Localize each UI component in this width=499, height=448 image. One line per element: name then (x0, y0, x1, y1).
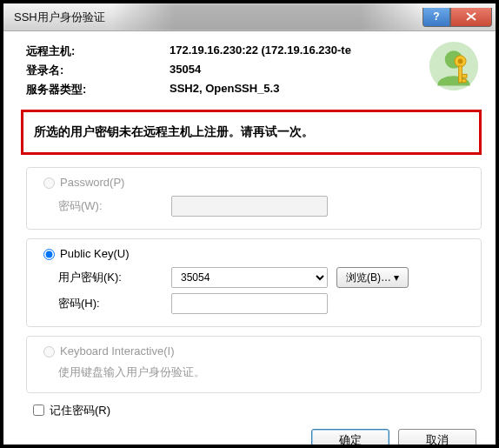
password-field-label: 密码(W): (58, 198, 171, 214)
publickey-radio-row[interactable]: Public Key(U) (39, 246, 469, 260)
remember-label: 记住密码(R) (50, 403, 110, 418)
keyboard-radio-row[interactable]: Keyboard Interactive(I) (39, 344, 469, 358)
password-radio-row[interactable]: Password(P) (39, 175, 469, 189)
publickey-radio-label: Public Key(U) (60, 247, 129, 260)
close-icon (466, 12, 476, 21)
login-value: 35054 (170, 63, 201, 78)
window-title: SSH用户身份验证 (14, 10, 105, 25)
window-buttons: ? (422, 8, 492, 27)
pk-pass-input[interactable] (171, 293, 328, 314)
password-radio-label: Password(P) (60, 176, 124, 189)
user-key-label: 用户密钥(K): (58, 270, 171, 285)
titlebar: SSH用户身份验证 ? (3, 3, 496, 31)
server-type-label: 服务器类型: (26, 82, 170, 97)
user-key-select[interactable]: 35054 (171, 267, 328, 288)
keyboard-group: Keyboard Interactive(I) 使用键盘输入用户身份验证。 (26, 336, 482, 393)
svg-point-3 (458, 59, 463, 64)
browse-button[interactable]: 浏览(B)… ▾ (336, 267, 409, 288)
password-radio[interactable] (43, 177, 55, 189)
svg-rect-5 (462, 74, 467, 77)
keyboard-hint: 使用键盘输入用户身份验证。 (58, 364, 469, 380)
keyboard-radio[interactable] (43, 346, 55, 358)
server-type-value: SSH2, OpenSSH_5.3 (170, 82, 279, 97)
remember-row[interactable]: 记住密码(R) (30, 402, 482, 418)
help-button[interactable]: ? (422, 8, 450, 27)
remember-checkbox[interactable] (33, 405, 44, 416)
title-blur (112, 3, 422, 30)
user-key-icon (428, 40, 480, 92)
login-label: 登录名: (26, 63, 170, 78)
ok-button[interactable]: 确定 (311, 429, 389, 448)
password-input (171, 196, 328, 217)
connection-info: 远程主机: 172.19.16.230:22 (172.19.16.230-te… (26, 40, 482, 101)
dialog-footer: 确定 取消 (26, 429, 482, 448)
remote-host-value: 172.19.16.230:22 (172.19.16.230-te (170, 43, 351, 59)
close-button[interactable] (450, 8, 492, 27)
error-message: 所选的用户密钥未在远程主机上注册。请再试一次。 (21, 110, 482, 155)
password-group: Password(P) 密码(W): (26, 167, 482, 230)
svg-rect-6 (462, 79, 466, 83)
publickey-radio[interactable] (43, 249, 55, 260)
publickey-group: Public Key(U) 用户密钥(K): 35054 浏览(B)… ▾ 密码… (26, 238, 482, 327)
svg-rect-4 (459, 66, 462, 83)
remote-host-label: 远程主机: (26, 43, 170, 59)
keyboard-radio-label: Keyboard Interactive(I) (60, 344, 175, 358)
dialog-content: 远程主机: 172.19.16.230:22 (172.19.16.230-te… (3, 31, 496, 448)
cancel-button[interactable]: 取消 (398, 429, 476, 448)
pk-pass-label: 密码(H): (58, 296, 171, 311)
